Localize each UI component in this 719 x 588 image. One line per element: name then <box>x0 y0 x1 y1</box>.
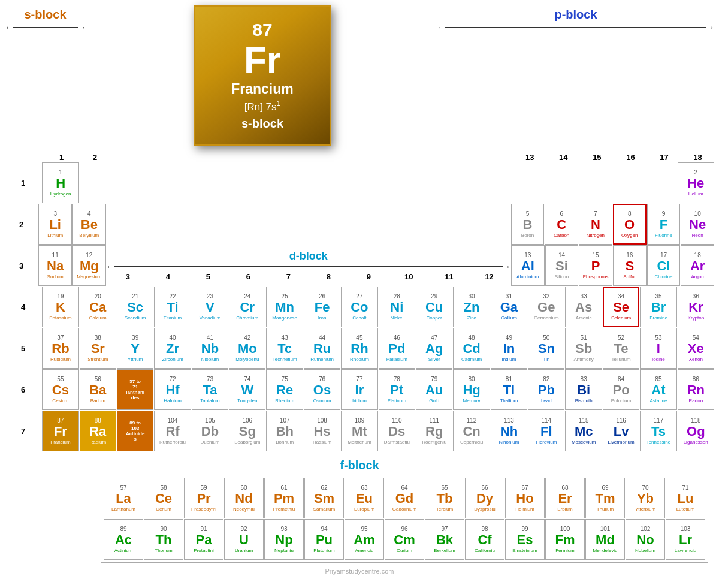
element-Dy: 66 Dy Dysprosiu <box>465 478 504 518</box>
period-num-5: 5 <box>5 328 41 369</box>
element-Lu: 71 Lu Lutetium <box>666 478 705 518</box>
group-14: 14 <box>547 153 580 162</box>
group-16: 16 <box>614 153 647 162</box>
element-Re: 75 Re Rhenium <box>266 369 303 410</box>
element-Lr: 103 Lr Lawrenciu <box>666 519 705 560</box>
f-block-grid-container: 57 La Lanthanum 58 Ce Cerium 59 Pr Prase… <box>101 475 708 563</box>
period-num-4: 4 <box>5 287 41 327</box>
element-Fe: 26 Fe Iron <box>304 287 340 327</box>
element-Fr: 87 Fr Francium <box>42 411 78 451</box>
element-S: 16 S Sulfur <box>613 245 647 286</box>
f-block-title: f-block <box>5 459 714 472</box>
actinide-ref: 89 to 103 Actinide s <box>117 411 153 451</box>
element-C: 6 C Carbon <box>545 204 578 245</box>
period-num-7: 7 <box>5 411 41 451</box>
element-Ho: 67 Ho Holmium <box>505 478 545 518</box>
element-Ni: 28 Ni Nickel <box>379 287 415 327</box>
element-B: 5 B Boron <box>511 204 545 245</box>
element-Sm: 62 Sm Samarium <box>304 478 344 518</box>
element-Po: 84 Po Polonium <box>603 369 639 410</box>
d-block-label: d-block <box>289 250 328 263</box>
element-Na: 11 Na Sodium <box>38 245 72 286</box>
element-Ti: 22 Ti Titanium <box>154 287 191 327</box>
element-Tc: 43 Tc Technetium <box>266 328 303 369</box>
s-block-header: s-block ← → <box>5 8 86 32</box>
period-5: 5 37 Rb Rubidium 38 Sr Strontium 39 Y Yt… <box>5 328 714 369</box>
p-block-arrow: ← → <box>437 23 714 32</box>
element-Sg: 106 Sg Seaborgium <box>229 411 265 451</box>
element-Ir: 77 Ir Iridium <box>341 369 377 410</box>
element-Ne: 10 Ne Neon <box>681 204 714 245</box>
period-num-1: 1 <box>5 162 41 203</box>
period-4: 4 19 K Potassium 20 Ca Calcium 21 Sc Sca… <box>5 287 714 327</box>
element-Rg: 111 Rg Roentgeniu <box>416 411 452 451</box>
group-2: 2 <box>78 153 111 162</box>
element-Sb: 51 Sb Antimony <box>565 328 602 369</box>
element-Np: 93 Np Neptuniu <box>264 519 304 560</box>
element-H: 1 H Hydrogen <box>42 162 79 203</box>
element-Xe: 54 Xe Xenon <box>678 328 714 369</box>
element-Gd: 64 Gd Gadolinium <box>385 478 424 518</box>
element-Se: 34 Se Selenium <box>603 287 640 327</box>
element-In: 49 In Indium <box>491 328 527 369</box>
group-15: 15 <box>581 153 614 162</box>
element-Fm: 100 Fm Fermium <box>545 519 585 560</box>
element-Li: 3 Li Lithium <box>38 204 72 245</box>
s-block-arrow: ← → <box>5 23 86 32</box>
period-3: 3 11 Na Sodium 12 Mg Magnesium d-block ←… <box>5 245 714 286</box>
element-Ts: 117 Ts Tennessine <box>640 411 676 451</box>
period-1: 1 1 H Hydrogen 2 He Helium <box>5 162 714 203</box>
element-Au: 79 Au Gold <box>416 369 452 410</box>
group-1: 1 <box>45 153 78 162</box>
element-Cd: 48 Cd Cadmium <box>453 328 490 369</box>
element-Tm: 69 Tm Thulium <box>585 478 625 518</box>
element-Nd: 60 Nd Neodymiu <box>224 478 264 518</box>
element-Md: 101 Md Mendeleviu <box>585 519 625 560</box>
element-Er: 68 Er Erbium <box>545 478 585 518</box>
element-Pm: 61 Pm Promethiu <box>264 478 304 518</box>
element-Zn: 30 Zn Zinc <box>453 287 490 327</box>
element-Pr: 59 Pr Praseodymi <box>184 478 223 518</box>
element-Rn: 86 Rn Radon <box>678 369 714 410</box>
element-Rh: 45 Rh Rhodium <box>341 328 377 369</box>
featured-name: Francium <box>231 81 294 97</box>
element-Ar: 18 Ar Argon <box>681 245 714 286</box>
element-Sr: 38 Sr Strontium <box>80 328 116 369</box>
featured-config: [Rn] 7s1 <box>244 99 281 113</box>
element-O: 8 O Oxygen <box>613 204 647 245</box>
element-Zr: 40 Zr Zirconium <box>154 328 191 369</box>
d-block-group-nums: 3 4 5 6 7 8 9 10 11 12 <box>108 272 509 281</box>
element-Pu: 94 Pu Plutonium <box>304 519 344 560</box>
element-Tl: 81 Tl Thallium <box>491 369 527 410</box>
element-Kr: 36 Kr Krypton <box>678 287 714 327</box>
element-Fl: 114 Fl Flerovium <box>528 411 564 451</box>
group-numbers: 1 2 13 14 15 16 17 18 <box>45 153 714 162</box>
element-Ba: 56 Ba Barium <box>80 369 116 410</box>
group-13: 13 <box>513 153 546 162</box>
periodic-table: s-block ← → 87 Fr Francium [Rn] 7s1 s-bl… <box>0 0 719 580</box>
s-block-label: s-block <box>5 8 86 22</box>
element-Cr: 24 Cr Chromium <box>229 287 265 327</box>
element-P: 15 P Phosphorus <box>579 245 612 286</box>
element-Ra: 88 Ra Radium <box>80 411 116 451</box>
element-Es: 99 Es Einsteinium <box>505 519 545 560</box>
element-Bh: 107 Bh Bohrium <box>266 411 303 451</box>
actinide-row: 89 Ac Actinium 90 Th Thorium 91 Pa Prota… <box>104 519 705 560</box>
element-Rf: 104 Rf Rutherfordiu <box>154 411 191 451</box>
period-num-3: 3 <box>5 245 38 286</box>
element-Y: 39 Y Yttrium <box>117 328 153 369</box>
element-Yb: 70 Yb Ytterbium <box>626 478 665 518</box>
element-Db: 105 Db Dubnium <box>192 411 228 451</box>
element-W: 74 W Tungsten <box>229 369 265 410</box>
element-Cl: 17 Cl Chlorine <box>647 245 681 286</box>
watermark: Priyamstudycentre.com <box>5 568 714 575</box>
element-Bi: 83 Bi Bismuth <box>565 369 602 410</box>
element-Ta: 73 Ta Tantalum <box>192 369 228 410</box>
element-Mn: 25 Mn Manganese <box>266 287 303 327</box>
element-Be: 4 Be Beryllium <box>72 204 106 245</box>
period-6: 6 55 Cs Cesium 56 Ba Barium 57 to 71 lan… <box>5 369 714 410</box>
element-Os: 76 Os Osmium <box>304 369 340 410</box>
element-I: 53 I Iodine <box>640 328 676 369</box>
featured-element: 87 Fr Francium [Rn] 7s1 s-block <box>194 5 331 146</box>
element-Pa: 91 Pa Protactini <box>184 519 223 560</box>
